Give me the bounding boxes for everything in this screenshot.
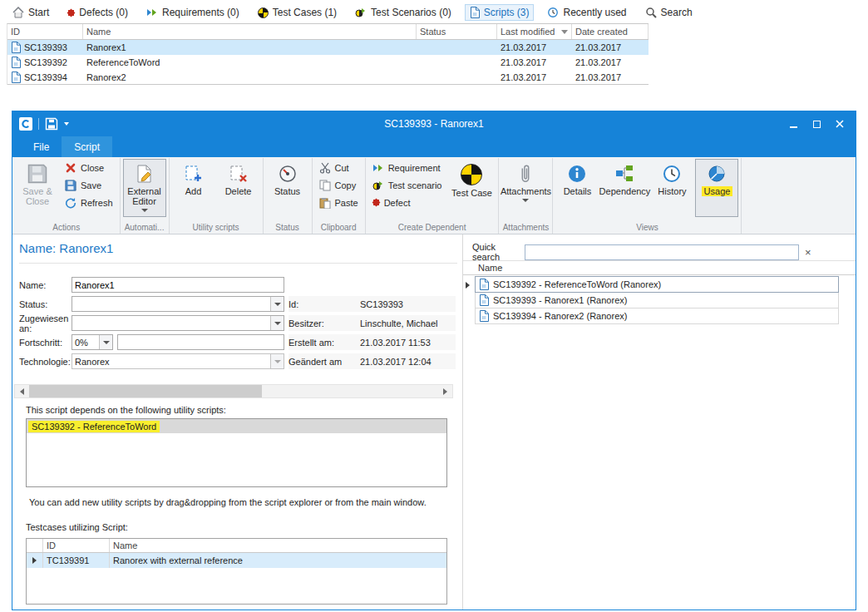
attachments-button[interactable]: Attachments <box>501 159 550 217</box>
form-row-owner: Besitzer: Linschulte, Michael <box>289 315 456 331</box>
row-expander-icon[interactable] <box>466 282 470 289</box>
column-header-status[interactable]: Status <box>417 24 497 39</box>
minimize-button[interactable] <box>784 116 802 132</box>
column-header-label: ID <box>11 27 20 37</box>
requirement-icon <box>372 162 384 174</box>
cell-text: 21.03.2017 <box>501 57 546 67</box>
technology-dropdown[interactable]: Ranorex <box>72 353 284 369</box>
button-label: Close <box>81 163 104 173</box>
horizontal-scrollbar[interactable] <box>14 384 453 398</box>
name-field[interactable] <box>72 277 284 293</box>
status-dropdown[interactable] <box>72 296 284 312</box>
clear-search-button[interactable]: × <box>805 247 811 258</box>
nav-tab-scripts[interactable]: Scripts (3) <box>466 5 534 20</box>
dropdown-value: Ranorex <box>75 357 110 367</box>
status-button[interactable]: Status <box>266 159 309 217</box>
create-defect-button[interactable]: Defect <box>368 194 446 211</box>
cell-name: Ranorex2 <box>83 70 417 84</box>
save-button[interactable]: Save <box>61 176 117 194</box>
testcases-table: ID Name TC139391 Ranorex with external r… <box>26 538 447 605</box>
assigned-dropdown[interactable] <box>72 315 284 331</box>
cell-text: TC139391 <box>47 555 89 565</box>
column-header-name[interactable]: Name <box>110 539 446 552</box>
main-tab-bar: Start Defects (0) Requirements (0) Test … <box>8 2 697 22</box>
nav-tab-recently-used[interactable]: Recently used <box>543 5 630 20</box>
tab-script[interactable]: Script <box>62 136 112 157</box>
delete-utility-script-button[interactable]: Delete <box>217 159 260 217</box>
usage-list: SC139392 - ReferenceToWord (Ranorex) SC1… <box>475 277 839 324</box>
cut-button[interactable]: Cut <box>315 159 362 176</box>
progress-text-field[interactable] <box>117 334 284 350</box>
usage-view-button[interactable]: Usage <box>695 159 738 217</box>
list-item[interactable]: SC139392 - ReferenceToWord (Ranorex) <box>475 276 839 293</box>
cell-date-created: 21.03.2017 <box>572 40 649 55</box>
save-and-close-button[interactable]: Save & Close <box>16 159 59 217</box>
close-window-button[interactable] <box>831 116 849 132</box>
scrollbar-track[interactable] <box>29 385 438 397</box>
details-view-button[interactable]: Details <box>555 159 599 217</box>
form-row-name: Name: <box>19 277 284 293</box>
close-button[interactable]: Close <box>61 159 117 176</box>
history-view-button[interactable]: History <box>650 159 693 217</box>
titlebar-separator <box>38 118 39 130</box>
create-requirement-button[interactable]: Requirement <box>368 159 446 176</box>
dropdown-button[interactable] <box>99 335 112 349</box>
column-header-last-modified[interactable]: Last modified <box>497 24 572 39</box>
refresh-button[interactable]: Refresh <box>61 194 117 211</box>
usage-column-header[interactable]: Name <box>463 260 856 275</box>
quick-save-icon[interactable] <box>45 117 58 131</box>
row-expander[interactable] <box>27 553 43 568</box>
add-utility-script-button[interactable]: Add <box>172 159 215 217</box>
copy-button[interactable]: Copy <box>315 176 362 194</box>
test-case-icon <box>461 164 482 185</box>
column-header-date-created[interactable]: Date created <box>572 24 649 39</box>
paste-icon <box>319 197 331 209</box>
nav-tab-defects[interactable]: Defects (0) <box>63 5 132 20</box>
column-header-id[interactable]: ID <box>7 24 83 39</box>
details-info-icon <box>567 164 587 184</box>
dropdown-button[interactable] <box>270 354 284 368</box>
maximize-button[interactable] <box>807 116 826 132</box>
nav-tab-test-scenarios[interactable]: Test Scenarios (0) <box>351 5 456 20</box>
ribbon-tab-bar: File Script <box>12 136 856 157</box>
column-header-name[interactable]: Name <box>83 24 417 39</box>
table-row[interactable]: TC139391 Ranorex with external reference <box>27 553 446 568</box>
cell-text: SC139393 <box>24 42 67 52</box>
list-item[interactable]: SC139392 - ReferenceToWord <box>27 419 446 433</box>
table-row[interactable]: SC139394 Ranorex2 21.03.2017 21.03.2017 <box>7 70 649 85</box>
nav-tab-start[interactable]: Start <box>8 5 53 20</box>
scroll-right-button[interactable] <box>438 385 452 397</box>
script-icon <box>11 57 21 68</box>
column-header-id[interactable]: ID <box>43 539 110 552</box>
external-editor-button[interactable]: External Editor <box>123 159 166 217</box>
window-titlebar[interactable]: SC139393 - Ranorex1 <box>12 111 856 136</box>
list-item[interactable]: SC139394 - Ranorex2 (Ranorex) <box>475 308 839 324</box>
table-row[interactable]: SC139392 ReferenceToWord 21.03.2017 21.0… <box>7 55 649 70</box>
create-test-case-button[interactable]: Test Case <box>447 159 496 217</box>
cell-last-modified: 21.03.2017 <box>497 70 572 84</box>
tab-file[interactable]: File <box>21 136 62 157</box>
nav-tab-test-cases[interactable]: Test Cases (1) <box>254 5 341 20</box>
nav-tab-requirements[interactable]: Requirements (0) <box>142 5 244 20</box>
quick-search-input[interactable] <box>525 244 799 260</box>
paste-button[interactable]: Paste <box>315 194 362 211</box>
dependency-view-button[interactable]: Dependency <box>600 159 649 217</box>
create-test-scenario-button[interactable]: Test scenario <box>368 176 446 194</box>
progress-input[interactable] <box>121 335 284 349</box>
table-row[interactable]: SC139393 Ranorex1 21.03.2017 21.03.2017 <box>7 40 649 55</box>
dropdown-button[interactable] <box>270 316 284 330</box>
column-header-label: Name <box>478 263 502 273</box>
ribbon-group-actions: Save & Close Close Save Refresh <box>13 158 121 234</box>
ribbon-group-utility-scripts: Add Delete Utility scripts <box>170 158 264 234</box>
progress-dropdown[interactable]: 0% <box>72 334 113 350</box>
dropdown-button[interactable] <box>270 297 284 311</box>
scrollbar-thumb[interactable] <box>29 385 262 397</box>
dependencies-list[interactable]: SC139392 - ReferenceToWord <box>26 418 447 487</box>
quick-access-dropdown-icon[interactable] <box>64 122 69 126</box>
ribbon-group-attachments: Attachments Attachments <box>499 158 553 234</box>
name-input[interactable] <box>75 278 284 292</box>
nav-tab-search[interactable]: Search <box>641 5 697 20</box>
scroll-left-button[interactable] <box>15 385 29 397</box>
list-item[interactable]: SC139393 - Ranorex1 (Ranorex) <box>475 292 839 308</box>
owner-value: Linschulte, Michael <box>360 318 438 328</box>
